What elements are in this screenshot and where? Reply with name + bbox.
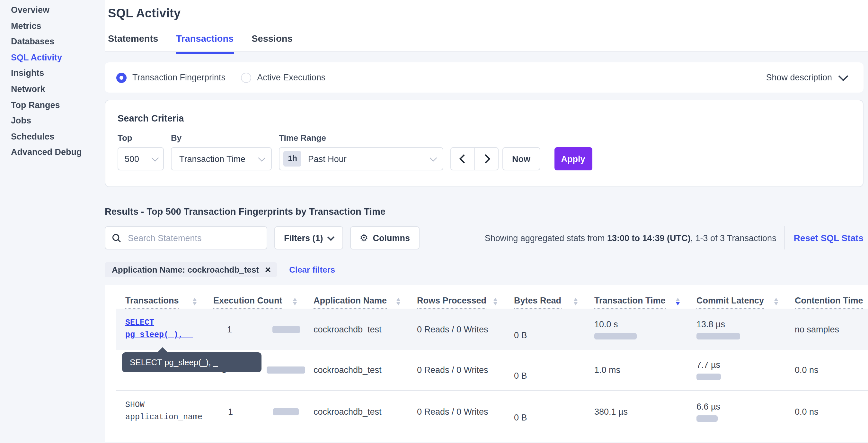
transaction-time-cell: 380.1 µs <box>594 407 696 416</box>
table-header-row: Transactions Execution Count Application… <box>116 285 868 308</box>
sidebar-item-databases[interactable]: Databases <box>0 34 105 50</box>
gear-icon: ⚙ <box>360 232 369 244</box>
show-description-toggle[interactable]: Show description <box>766 73 847 82</box>
sort-arrows-icon <box>574 298 578 305</box>
app-root: Overview Metrics Databases SQL Activity … <box>0 0 868 443</box>
filter-chip-application-name: Application Name: cockroachdb_test ✕ <box>105 262 277 277</box>
radio-label: Transaction Fingerprints <box>132 73 225 82</box>
page-title: SQL Activity <box>105 0 868 21</box>
commit-latency-bar <box>696 374 721 380</box>
table-row: SELECTpg_sleep(_), _ 1 cockroachdb_test … <box>116 308 868 350</box>
search-criteria-card: Search Criteria Top 500 By Transaction T… <box>105 100 864 187</box>
by-label: By <box>171 133 272 143</box>
next-time-window-button[interactable] <box>474 148 498 170</box>
sidebar-item-top-ranges[interactable]: Top Ranges <box>0 97 105 113</box>
sort-arrows-icon <box>293 298 297 305</box>
search-statements-input[interactable] <box>127 232 258 243</box>
sort-arrows-icon <box>193 298 196 305</box>
chevron-down-icon <box>838 71 848 81</box>
execution-count-cell: 1 <box>213 324 313 334</box>
transactions-table: Transactions Execution Count Application… <box>105 285 868 442</box>
transaction-time-bar <box>594 333 637 339</box>
chevron-down-icon <box>327 233 334 241</box>
tab-bar: Statements Transactions Sessions <box>108 33 868 54</box>
sort-arrows-icon <box>774 298 778 305</box>
rows-processed-cell: 0 Reads / 0 Writes <box>417 407 514 416</box>
by-select-value: Transaction Time <box>179 154 245 164</box>
column-header-contention-time[interactable]: Contention Time <box>795 296 868 308</box>
top-select[interactable]: 500 <box>118 147 164 170</box>
sidebar: Overview Metrics Databases SQL Activity … <box>0 0 105 443</box>
columns-button[interactable]: ⚙ Columns <box>350 226 420 249</box>
application-name-cell: cockroachdb_test <box>313 407 417 416</box>
previous-time-window-button[interactable] <box>451 148 474 170</box>
reset-sql-stats-link[interactable]: Reset SQL Stats <box>794 233 864 243</box>
sidebar-item-insights[interactable]: Insights <box>0 66 105 82</box>
sidebar-item-advanced-debug[interactable]: Advanced Debug <box>0 145 105 161</box>
search-criteria-heading: Search Criteria <box>118 113 863 123</box>
results-toolbar: Filters (1) ⚙ Columns Showing aggregated… <box>105 226 864 249</box>
rows-processed-cell: 0 Reads / 0 Writes <box>417 365 514 375</box>
column-header-commit-latency[interactable]: Commit Latency <box>696 296 795 308</box>
commit-latency-bar <box>696 333 740 339</box>
tab-sessions[interactable]: Sessions <box>251 33 292 54</box>
tab-transactions[interactable]: Transactions <box>176 33 234 54</box>
chevron-down-icon <box>258 154 266 162</box>
sidebar-item-schedules[interactable]: Schedules <box>0 129 105 145</box>
close-icon[interactable]: ✕ <box>265 265 271 274</box>
radio-transaction-fingerprints[interactable]: Transaction Fingerprints <box>116 72 225 83</box>
column-header-rows-processed[interactable]: Rows Processed <box>417 296 514 308</box>
filters-button-label: Filters (1) <box>284 233 323 243</box>
view-toggle-bar: Transaction Fingerprints Active Executio… <box>105 62 864 93</box>
page-header: SQL Activity Statements Transactions Ses… <box>105 0 868 52</box>
sort-arrows-icon <box>396 298 400 305</box>
search-icon <box>112 233 121 243</box>
column-header-execution-count[interactable]: Execution Count <box>213 296 313 308</box>
application-name-cell: cockroachdb_test <box>313 324 417 334</box>
sidebar-item-jobs[interactable]: Jobs <box>0 113 105 129</box>
contention-time-cell: 0.0 ns <box>795 365 868 375</box>
tab-statements[interactable]: Statements <box>108 33 158 54</box>
time-range-select[interactable]: 1h Past Hour <box>279 147 443 170</box>
column-header-transaction-time[interactable]: Transaction Time <box>594 296 696 308</box>
transaction-fingerprint-cell: SELECTpg_sleep(_), _ <box>116 317 213 342</box>
sidebar-item-overview[interactable]: Overview <box>0 3 105 18</box>
sidebar-item-sql-activity[interactable]: SQL Activity <box>0 50 105 66</box>
chevron-down-icon <box>152 154 159 162</box>
commit-latency-bar <box>696 415 718 421</box>
execution-count-bar <box>267 366 305 374</box>
now-button[interactable]: Now <box>502 147 540 170</box>
column-header-application-name[interactable]: Application Name <box>313 296 417 308</box>
by-select[interactable]: Transaction Time <box>171 147 272 170</box>
filter-chip-label: Application Name: cockroachdb_test <box>112 265 259 274</box>
fingerprint-tooltip: SELECT pg_sleep(_), _ <box>122 352 261 372</box>
rows-processed-cell: 0 Reads / 0 Writes <box>417 324 514 334</box>
top-select-value: 500 <box>125 154 139 164</box>
column-header-bytes-read[interactable]: Bytes Read <box>514 296 594 308</box>
sort-arrows-icon <box>493 298 497 305</box>
column-header-transactions[interactable]: Transactions <box>116 296 213 308</box>
radio-selected-icon <box>116 72 127 83</box>
chevron-left-icon <box>459 154 468 163</box>
chevron-right-icon <box>481 154 490 163</box>
apply-button[interactable]: Apply <box>554 147 592 170</box>
execution-count-bar <box>273 408 299 415</box>
contention-time-cell: 0.0 ns <box>795 407 868 416</box>
aggregated-stats-text: Showing aggregated stats from 13:00 to 1… <box>485 233 776 243</box>
transaction-time-cell: 1.0 ms <box>594 365 696 375</box>
application-name-cell: cockroachdb_test <box>313 365 417 375</box>
bytes-read-cell: 0 B <box>514 401 594 422</box>
radio-active-executions[interactable]: Active Executions <box>241 72 326 83</box>
execution-count-cell: 1 <box>213 407 313 416</box>
columns-button-label: Columns <box>373 233 410 243</box>
time-range-label: Time Range <box>279 133 443 143</box>
sidebar-item-metrics[interactable]: Metrics <box>0 18 105 34</box>
toolbar-divider <box>785 226 785 249</box>
sidebar-item-network[interactable]: Network <box>0 82 105 97</box>
active-filters-row: Application Name: cockroachdb_test ✕ Cle… <box>105 262 868 277</box>
clear-filters-link[interactable]: Clear filters <box>289 265 335 274</box>
transaction-fingerprint-link[interactable]: SELECTpg_sleep(_), _ <box>125 317 213 342</box>
filters-button[interactable]: Filters (1) <box>274 226 343 249</box>
execution-count-bar <box>272 326 300 333</box>
transaction-fingerprint-cell: SHOWapplication_name <box>116 399 213 424</box>
